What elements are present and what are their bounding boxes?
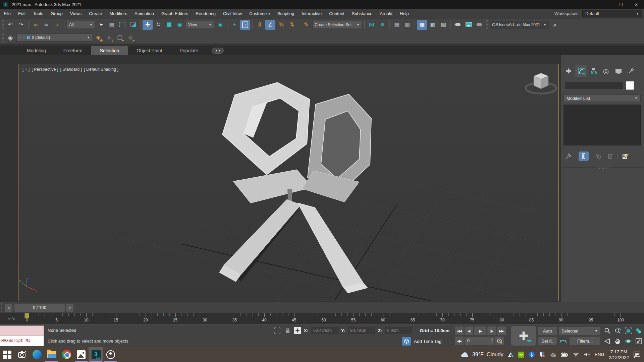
mini-curve-editor-icon[interactable]: ≡∿ [5, 314, 18, 323]
menu-item-modifiers[interactable]: Modifiers [106, 9, 131, 18]
orbit-icon[interactable] [623, 336, 633, 346]
absolute-mode-icon[interactable] [294, 327, 301, 334]
menu-item-animation[interactable]: Animation [131, 9, 158, 18]
set-key-button[interactable]: Set K. [538, 337, 557, 345]
unlink-selection-icon[interactable]: ∞ [41, 20, 51, 30]
play-button[interactable]: ▶ [474, 326, 486, 335]
auto-key-button[interactable]: Auto [538, 327, 557, 335]
menu-item-create[interactable]: Create [85, 9, 106, 18]
modifier-list-dropdown[interactable]: Modifier List ▼ [564, 95, 641, 102]
selection-lock-icon[interactable] [284, 327, 291, 334]
rendered-frame-icon[interactable] [464, 20, 474, 30]
select-and-move-icon[interactable]: ✚ [143, 20, 153, 30]
window-crossing-icon[interactable] [128, 20, 138, 30]
undo-icon[interactable]: ↶ [5, 20, 15, 30]
close-button[interactable]: ✕ [629, 0, 644, 9]
menu-item-graph-editors[interactable]: Graph Editors [158, 9, 192, 18]
menu-item-edit[interactable]: Edit [14, 9, 29, 18]
reference-coordinate-dropdown[interactable]: View▼ [186, 21, 214, 29]
autodesk-tray-icon[interactable] [508, 352, 514, 358]
toolbar-grip[interactable] [2, 33, 4, 42]
modify-tab-icon[interactable] [575, 65, 587, 77]
chrome-app-button[interactable] [59, 347, 74, 362]
curve-editor-icon[interactable]: ▩ [428, 20, 438, 30]
redo-icon[interactable]: ↷ [16, 20, 26, 30]
menu-item-help[interactable]: Help [396, 9, 413, 18]
menu-item-substance[interactable]: Substance [348, 9, 376, 18]
bluetooth-tray-icon[interactable] [529, 352, 535, 358]
named-selection-dropdown[interactable]: Create Selection Set▼ [312, 21, 362, 29]
display-tab-icon[interactable] [612, 65, 624, 77]
zoom-icon[interactable] [602, 326, 612, 336]
use-pivot-point-icon[interactable]: ▣ [215, 20, 225, 30]
rect-selection-region-icon[interactable] [117, 20, 127, 30]
ribbon-minimize-button[interactable]: ▼ ▾ [212, 48, 224, 54]
menu-item-views[interactable]: Views [66, 9, 85, 18]
schematic-view-icon[interactable]: ▧ [438, 20, 448, 30]
tab-freeform[interactable]: Freeform [55, 46, 91, 55]
toolbar-grip[interactable] [486, 20, 488, 29]
next-frame-button[interactable]: > [66, 304, 73, 312]
listener-pane[interactable]: MAXScript Mi [0, 336, 44, 346]
battery-tray-icon[interactable] [561, 352, 568, 357]
timeline-ruler[interactable]: 0510152025303540455055606570758085909510… [21, 313, 641, 324]
utilities-tab-icon[interactable] [625, 65, 637, 77]
select-and-scale-icon[interactable] [164, 20, 174, 30]
default-in-out-tangents-icon[interactable] [558, 337, 568, 345]
go-to-start-button[interactable]: |◀◀ [455, 326, 464, 335]
obs-app-button[interactable] [103, 347, 118, 362]
object-name-field[interactable] [565, 82, 623, 89]
create-tab-icon[interactable]: ✚ [563, 65, 575, 77]
menu-item-customize[interactable]: Customize [246, 9, 273, 18]
previous-frame-button[interactable]: < [5, 304, 12, 312]
configure-modifier-sets-icon[interactable] [620, 152, 630, 161]
wifi-tray-icon[interactable] [573, 352, 579, 357]
tab-object-paint[interactable]: Object Paint [128, 46, 171, 55]
view-cube[interactable] [526, 73, 556, 94]
z-coordinate-field[interactable]: 0.0cm [385, 327, 412, 334]
render-setup-icon[interactable] [453, 20, 463, 30]
onedrive-tray-icon[interactable] [550, 352, 556, 357]
camera-app-button[interactable] [15, 347, 30, 362]
weather-widget[interactable]: 39°F Cloudy [461, 352, 503, 358]
taskbar-clock[interactable]: 7:17 PM 2/12/2022 [609, 349, 629, 360]
key-selection-dropdown[interactable]: Selected ▼ [559, 327, 600, 335]
maximize-button[interactable]: ❐ [613, 0, 629, 9]
keyboard-override-icon[interactable]: ↑ [240, 20, 250, 30]
spinner-snap-icon[interactable]: ⇅ [287, 20, 297, 30]
menu-item-tools[interactable]: Tools [29, 9, 47, 18]
x-coordinate-field[interactable]: 62.424cm [311, 327, 338, 334]
menu-item-file[interactable]: File [0, 9, 14, 18]
perspective-viewport[interactable]: [ + ] [ Perspective ] [ Standard ] [ Def… [18, 64, 559, 301]
select-by-name-icon[interactable]: ▤ [107, 20, 117, 30]
select-and-manipulate-icon[interactable]: + [229, 20, 239, 30]
menu-item-arnold[interactable]: Arnold [376, 9, 396, 18]
time-tag-cube-icon[interactable] [402, 337, 411, 346]
key-filters-button[interactable]: Filters... [570, 337, 600, 345]
file-explorer-button[interactable] [44, 347, 59, 362]
action-center-icon[interactable] [633, 351, 641, 358]
macro-recorder-pane[interactable] [0, 326, 44, 336]
next-frame-button[interactable]: |▶ [487, 326, 496, 335]
viewport-renderer-menu[interactable]: [ Standard ] [60, 67, 82, 72]
make-unique-icon[interactable] [594, 152, 604, 161]
layer-dropdown[interactable]: ‒ ‒0 (default)▼ [16, 34, 92, 42]
viewport-shading-menu[interactable]: [ Default Shading ] [84, 67, 118, 72]
pin-stack-icon[interactable] [564, 152, 574, 161]
current-frame-spinner[interactable]: 0 ▲▼ [465, 337, 494, 345]
time-configuration-icon[interactable] [495, 337, 504, 345]
chair-model[interactable] [219, 82, 371, 293]
pan-hand-icon[interactable] [613, 336, 623, 346]
tab-populate[interactable]: Populate [171, 46, 207, 55]
key-mode-toggle-icon[interactable]: ◀▶ [455, 337, 464, 345]
select-and-place-icon[interactable]: ◉ [175, 20, 185, 30]
minimize-button[interactable]: – [598, 0, 613, 9]
maxscript-mini-listener[interactable]: MAXScript Mi [0, 325, 44, 346]
workspace-dropdown[interactable]: Default ▼ [582, 10, 642, 17]
create-new-layer-icon[interactable]: ◈✚ [93, 33, 103, 43]
viewport-general-menu[interactable]: [ + ] [22, 67, 30, 72]
render-production-icon[interactable] [474, 20, 484, 30]
volume-tray-icon[interactable] [584, 352, 590, 357]
tab-selection[interactable]: Selection [91, 46, 128, 55]
3ds-max-app-button[interactable]: 3 [89, 347, 103, 362]
